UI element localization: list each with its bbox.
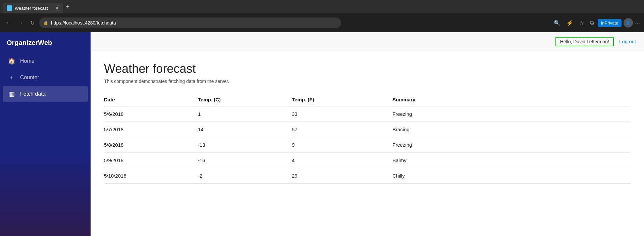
fetchdata-icon: ▦: [8, 90, 15, 98]
cell-summary: Bracing: [392, 122, 631, 137]
tab-bar: Weather forecast ✕ +: [0, 0, 644, 13]
cell-temp_c: -16: [198, 153, 292, 168]
address-bar[interactable]: 🔒 https://localhost:4280/fetchdata: [39, 17, 341, 28]
refresh-button[interactable]: ↻: [28, 18, 37, 28]
cell-date: 5/10/2018: [104, 168, 198, 184]
favorites-icon[interactable]: ☆: [577, 18, 586, 28]
sidebar-item-fetchdata-label: Fetch data: [20, 91, 46, 97]
back-button[interactable]: ←: [4, 18, 13, 27]
app-container: OrganizerWeb 🏠 Home ＋ Counter ▦ Fetch da…: [0, 32, 644, 236]
lock-icon: 🔒: [43, 20, 48, 25]
cell-summary: Freezing: [392, 137, 631, 153]
sidebar: OrganizerWeb 🏠 Home ＋ Counter ▦ Fetch da…: [0, 32, 91, 236]
inprivate-button[interactable]: InPrivate: [598, 19, 622, 27]
sidebar-item-fetchdata[interactable]: ▦ Fetch data: [3, 86, 88, 102]
cell-summary: Balmy: [392, 153, 631, 168]
cell-date: 5/9/2018: [104, 153, 198, 168]
cell-temp_f: 33: [292, 106, 392, 122]
address-text: https://localhost:4280/fetchdata: [51, 20, 116, 26]
sidebar-item-home-label: Home: [20, 58, 35, 64]
col-temp-f: Temp. (F): [292, 93, 392, 106]
cell-temp_f: 4: [292, 153, 392, 168]
table-row: 5/10/2018-229Chilly: [104, 168, 631, 184]
cell-temp_c: -13: [198, 137, 292, 153]
tab-title: Weather forecast: [15, 6, 48, 11]
page-subtitle: This component demonstrates fetching dat…: [104, 79, 631, 84]
collections-icon[interactable]: ⧉: [588, 18, 596, 27]
browser-star-icon[interactable]: ⚡: [565, 18, 575, 28]
home-icon: 🏠: [8, 57, 15, 65]
nav-actions: 🔍 ⚡ ☆ ⧉ InPrivate 👤 ···: [552, 18, 640, 28]
tab-close-button[interactable]: ✕: [55, 5, 59, 11]
table-row: 5/8/2018-139Freezing: [104, 137, 631, 153]
table-row: 5/7/20181457Bracing: [104, 122, 631, 137]
sidebar-item-home[interactable]: 🏠 Home: [3, 53, 88, 69]
cell-date: 5/6/2018: [104, 106, 198, 122]
sidebar-item-counter[interactable]: ＋ Counter: [3, 69, 88, 86]
cell-temp_c: 14: [198, 122, 292, 137]
page-body: Weather forecast This component demonstr…: [91, 51, 644, 194]
sidebar-nav: 🏠 Home ＋ Counter ▦ Fetch data: [0, 53, 91, 102]
table-header: Date Temp. (C) Temp. (F) Summary: [104, 93, 631, 106]
table-row: 5/6/2018133Freezing: [104, 106, 631, 122]
weather-table: Date Temp. (C) Temp. (F) Summary 5/6/201…: [104, 93, 631, 184]
cell-date: 5/7/2018: [104, 122, 198, 137]
col-date: Date: [104, 93, 198, 106]
cell-temp_c: 1: [198, 106, 292, 122]
top-bar: Hello, David Letterman! Log out: [91, 32, 644, 51]
main-content: Hello, David Letterman! Log out Weather …: [91, 32, 644, 236]
cell-temp_c: -2: [198, 168, 292, 184]
cell-summary: Chilly: [392, 168, 631, 184]
browser-chrome: Weather forecast ✕ + ← → ↻ 🔒 https://loc…: [0, 0, 644, 32]
search-icon[interactable]: 🔍: [552, 18, 562, 28]
profile-avatar[interactable]: 👤: [624, 18, 633, 28]
active-tab[interactable]: Weather forecast ✕: [3, 3, 63, 13]
cell-summary: Freezing: [392, 106, 631, 122]
cell-temp_f: 9: [292, 137, 392, 153]
new-tab-button[interactable]: +: [63, 3, 72, 11]
more-button[interactable]: ···: [635, 19, 640, 27]
table-body: 5/6/2018133Freezing5/7/20181457Bracing5/…: [104, 106, 631, 184]
page-title: Weather forecast: [104, 62, 631, 76]
cell-date: 5/8/2018: [104, 137, 198, 153]
table-row: 5/9/2018-164Balmy: [104, 153, 631, 168]
cell-temp_f: 29: [292, 168, 392, 184]
sidebar-item-counter-label: Counter: [20, 75, 39, 81]
col-temp-c: Temp. (C): [198, 93, 292, 106]
logout-link[interactable]: Log out: [619, 39, 636, 44]
tab-favicon: [7, 5, 12, 11]
forward-button[interactable]: →: [16, 18, 25, 27]
sidebar-brand: OrganizerWeb: [0, 32, 91, 53]
table-header-row: Date Temp. (C) Temp. (F) Summary: [104, 93, 631, 106]
col-summary: Summary: [392, 93, 631, 106]
cell-temp_f: 57: [292, 122, 392, 137]
counter-icon: ＋: [8, 74, 15, 82]
hello-badge: Hello, David Letterman!: [555, 37, 614, 46]
navigation-bar: ← → ↻ 🔒 https://localhost:4280/fetchdata…: [0, 13, 644, 32]
